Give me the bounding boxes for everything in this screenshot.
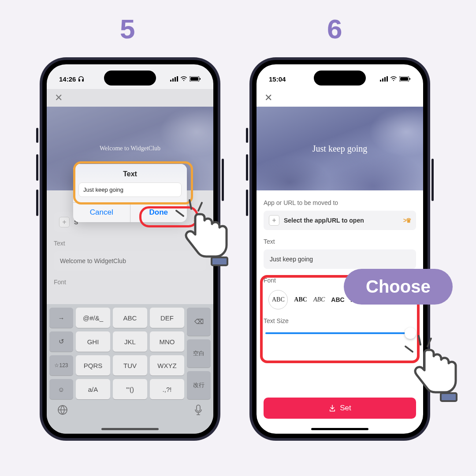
key-space[interactable]: 空白 — [187, 339, 211, 368]
key[interactable]: WXYZ — [150, 355, 184, 376]
headphones-icon — [78, 76, 84, 82]
phone-step-5: 14:26 ✕ Welcome to WidgetClub App or URL — [40, 57, 220, 441]
svg-rect-16 — [382, 78, 383, 82]
globe-icon[interactable] — [57, 405, 68, 418]
dynamic-island — [314, 71, 366, 86]
svg-rect-2 — [170, 80, 171, 82]
key[interactable]: ABC — [113, 308, 147, 328]
popup-title: Text — [73, 164, 187, 182]
download-icon — [328, 404, 336, 412]
set-button[interactable]: Set — [264, 398, 416, 419]
svg-rect-25 — [441, 393, 457, 401]
dynamic-island — [104, 71, 156, 86]
wifi-icon — [180, 76, 187, 82]
crown-icon: >♛ — [193, 219, 201, 226]
done-button[interactable]: Done — [130, 203, 187, 222]
plus-icon: + — [59, 217, 70, 227]
svg-rect-0 — [79, 79, 80, 81]
text-label: Text — [54, 240, 206, 247]
font-label: Font — [54, 279, 206, 286]
text-popup: Text Just keep going Cancel Done — [73, 164, 187, 222]
status-time: 15:04 — [269, 75, 286, 83]
svg-rect-15 — [380, 80, 381, 82]
crown-icon: >♛ — [403, 217, 411, 224]
plus-icon: + — [269, 215, 279, 226]
svg-rect-8 — [200, 78, 201, 80]
key[interactable]: DEF — [150, 308, 184, 328]
svg-rect-1 — [82, 79, 83, 81]
wifi-icon — [390, 76, 397, 82]
key[interactable]: TUV — [113, 355, 147, 376]
status-time: 14:26 — [59, 75, 76, 83]
key-next[interactable]: → — [49, 308, 73, 328]
home-indicator — [311, 428, 368, 430]
svg-rect-10 — [197, 405, 200, 411]
slider-thumb[interactable] — [405, 327, 416, 339]
svg-rect-4 — [175, 77, 176, 82]
preview-text: Welcome to WidgetClub — [100, 145, 160, 152]
key[interactable]: JKL — [113, 331, 147, 352]
key[interactable]: GHI — [76, 331, 110, 352]
key-return[interactable]: 改行 — [187, 371, 211, 399]
set-button-label: Set — [340, 404, 351, 413]
key[interactable]: PQRS — [76, 355, 110, 376]
text-field[interactable]: Welcome to WidgetClub — [54, 251, 206, 271]
widget-preview: Just keep going — [257, 107, 423, 190]
select-app-label: Select the app/URL to open — [284, 217, 364, 224]
home-indicator — [101, 428, 159, 430]
signal-icon — [170, 76, 178, 82]
font-option[interactable]: ABC — [331, 296, 344, 303]
cancel-button[interactable]: Cancel — [73, 203, 130, 222]
text-size-label: Text Size — [264, 317, 416, 324]
svg-rect-5 — [177, 76, 178, 82]
close-icon[interactable]: ✕ — [55, 92, 63, 104]
battery-icon — [399, 76, 411, 82]
step-number-5: 5 — [120, 13, 135, 45]
close-icon[interactable]: ✕ — [264, 92, 272, 104]
key[interactable]: '"() — [113, 379, 147, 399]
step-number-6: 6 — [327, 13, 342, 45]
key[interactable]: MNO — [150, 331, 184, 352]
svg-rect-18 — [387, 76, 388, 82]
font-option[interactable]: ABC — [294, 296, 307, 303]
key[interactable]: .,?! — [150, 379, 184, 399]
key-emoji[interactable]: ☺ — [49, 379, 73, 399]
text-label: Text — [264, 238, 416, 245]
key-undo[interactable]: ↺ — [49, 331, 73, 352]
choose-callout: Choose — [344, 269, 453, 305]
phone-step-6: 15:04 ✕ Just keep going App or URL to be… — [249, 57, 430, 441]
popup-input[interactable]: Just keep going — [78, 182, 182, 197]
nav-bar: ✕ — [257, 89, 423, 107]
signal-icon — [380, 76, 388, 82]
nav-bar: ✕ — [47, 89, 213, 107]
text-field[interactable]: Just keep going — [264, 249, 416, 269]
battery-icon — [190, 76, 201, 82]
svg-rect-7 — [190, 77, 198, 81]
svg-rect-3 — [172, 78, 174, 82]
key-backspace[interactable]: ⌫ — [187, 308, 211, 336]
select-app-row[interactable]: + Select the app/URL to open >♛ — [264, 211, 416, 230]
font-option[interactable]: ABC — [313, 296, 325, 303]
mic-icon[interactable] — [194, 405, 203, 418]
keyboard[interactable]: → ↺ ☆123 ☺ @#/&_ ABC DEF GHI JKL — [47, 304, 213, 434]
key[interactable]: @#/&_ — [76, 308, 110, 328]
svg-rect-21 — [409, 78, 410, 80]
key[interactable]: a/A — [76, 379, 110, 399]
preview-text: Just keep going — [312, 144, 367, 154]
text-size-slider[interactable] — [265, 332, 414, 334]
app-url-label: App or URL to be moved to — [264, 199, 416, 206]
font-option-selected[interactable]: ABC — [268, 290, 288, 309]
svg-rect-17 — [384, 77, 386, 82]
key-numbers[interactable]: ☆123 — [49, 355, 73, 376]
svg-rect-20 — [400, 77, 408, 81]
